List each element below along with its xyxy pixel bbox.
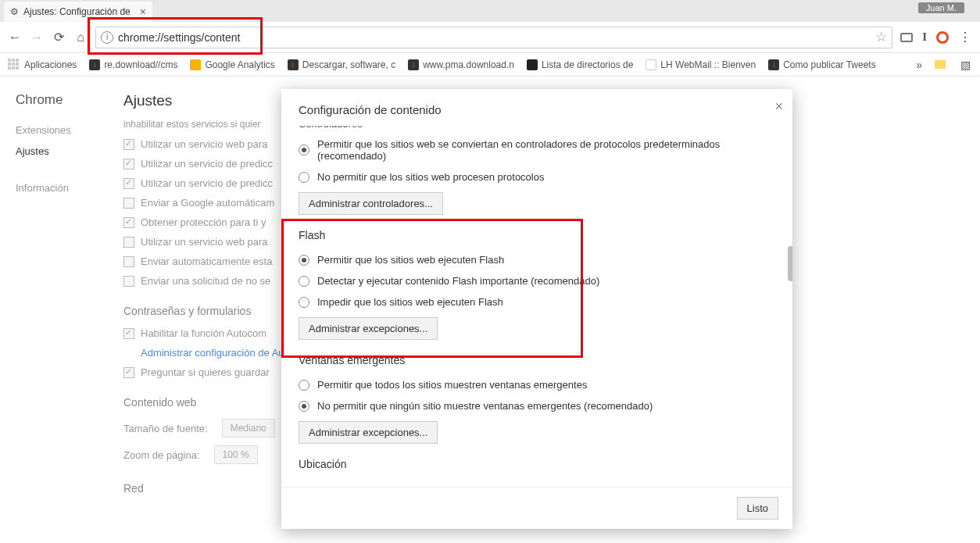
flash-block-option[interactable]: Impedir que los sitios web ejecuten Flas…: [299, 291, 775, 313]
bookmark-label: re.download//cms: [104, 59, 177, 70]
bookmark-item[interactable]: ↓Como publicar Tweets: [768, 59, 876, 70]
bookmark-item[interactable]: Lista de directorios de: [527, 59, 633, 70]
option-label: Utilizar un servicio de predicc: [141, 158, 273, 170]
radio-label: Impedir que los sitios web ejecuten Flas…: [317, 296, 503, 308]
radio-icon[interactable]: [299, 172, 309, 183]
zoom-label: Zoom de página:: [123, 449, 200, 461]
bookmark-label: LH WebMail :: Bienven: [660, 59, 756, 70]
profile-badge[interactable]: Juan M.: [918, 2, 964, 13]
favicon-icon: [190, 59, 201, 70]
checkbox-icon[interactable]: [123, 256, 134, 267]
radio-icon[interactable]: [299, 145, 309, 155]
radio-icon[interactable]: [299, 401, 309, 412]
checkbox-icon[interactable]: [123, 178, 134, 189]
checkbox-icon[interactable]: [123, 198, 134, 209]
feed-icon[interactable]: ▧: [958, 58, 972, 72]
site-info-icon[interactable]: i: [101, 31, 113, 44]
link-label: Administrar configuración de Aut: [141, 347, 287, 359]
url-input[interactable]: [118, 31, 871, 44]
done-button[interactable]: Listo: [737, 497, 778, 520]
bookmark-label: Lista de directorios de: [542, 59, 633, 70]
radio-label: No permitir que ningún sitio muestre ven…: [317, 400, 653, 412]
option-label: Obtener protección para ti y: [141, 216, 266, 228]
brand-title: Chrome: [16, 92, 109, 108]
bookmark-label: Descargar, software, c: [302, 59, 395, 70]
forward-button[interactable]: →: [30, 30, 44, 45]
bookmark-item[interactable]: LH WebMail :: Bienven: [646, 59, 756, 70]
address-bar[interactable]: i ☆: [95, 27, 892, 48]
toolbar: ← → ⟳ ⌂ i ☆ I ⋮: [0, 22, 980, 53]
apps-icon: [8, 59, 20, 71]
radio-label: Permitir que los sitios web ejecuten Fla…: [317, 254, 504, 266]
bookmark-item[interactable]: ↓re.download//cms: [89, 59, 177, 70]
flash-title: Flash: [299, 229, 775, 241]
cast-icon[interactable]: [900, 33, 913, 42]
flash-allow-option[interactable]: Permitir que los sitios web ejecuten Fla…: [299, 249, 775, 270]
checkbox-icon[interactable]: [123, 276, 134, 287]
bookmarks-overflow-icon[interactable]: »: [916, 59, 922, 71]
radio-icon[interactable]: [299, 276, 309, 287]
browser-tab[interactable]: ⚙ Ajustes: Configuración de ×: [4, 2, 152, 22]
popups-title: Ventanas emergentes: [299, 354, 775, 366]
radio-label: Detectar y ejecutar contenido Flash impo…: [317, 275, 599, 287]
back-button[interactable]: ←: [8, 30, 22, 45]
gear-icon: ⚙: [10, 6, 19, 17]
checkbox-icon[interactable]: [123, 159, 134, 170]
checkbox-icon[interactable]: [123, 217, 134, 228]
checkbox-icon[interactable]: [123, 328, 134, 339]
tab-title: Ajustes: Configuración de: [23, 6, 131, 17]
manage-popup-exceptions-button[interactable]: Administrar excepciones...: [299, 421, 438, 444]
favicon-icon: [646, 59, 656, 70]
radio-icon[interactable]: [299, 297, 309, 308]
home-button[interactable]: ⌂: [73, 30, 88, 45]
manage-flash-exceptions-button[interactable]: Administrar excepciones...: [299, 317, 438, 340]
bookmark-item[interactable]: ↓Descargar, software, c: [288, 59, 395, 70]
option-label: Enviar una solicitud de no se: [141, 275, 270, 287]
option-label: Enviar a Google automáticam: [141, 197, 274, 209]
bookmark-item[interactable]: Google Analytics: [190, 59, 274, 70]
font-label: Tamaño de fuente:: [123, 423, 208, 434]
manage-handlers-button[interactable]: Administrar controladores...: [299, 192, 443, 215]
sidebar-item-about[interactable]: Información: [16, 177, 109, 198]
menu-icon[interactable]: ⋮: [958, 30, 972, 45]
checkbox-icon[interactable]: [123, 139, 134, 150]
radio-icon[interactable]: [299, 380, 309, 391]
opera-icon[interactable]: [936, 31, 949, 44]
handlers-deny-option[interactable]: No permitir que los sitios web procesen …: [299, 166, 775, 188]
sidebar-item-extensions[interactable]: Extensiones: [16, 120, 109, 141]
favicon-icon: ↓: [89, 59, 100, 70]
location-title: Ubicación: [299, 458, 775, 470]
radio-label: No permitir que los sitios web procesen …: [317, 171, 544, 183]
option-label: Utilizar un servicio de predicc: [141, 177, 273, 189]
toolbar-right: I ⋮: [900, 30, 972, 45]
content-settings-modal: Configuración de contenido × Controlador…: [281, 89, 792, 529]
close-tab-icon[interactable]: ×: [140, 6, 146, 17]
popups-allow-option[interactable]: Permitir que todos los sitios muestren v…: [299, 374, 775, 395]
checkbox-icon[interactable]: [123, 237, 134, 248]
flash-detect-option[interactable]: Detectar y ejecutar contenido Flash impo…: [299, 270, 775, 291]
option-label: Preguntar si quieres guardar: [141, 366, 270, 378]
radio-icon[interactable]: [299, 255, 309, 266]
close-modal-icon[interactable]: ×: [774, 98, 783, 115]
popups-block-option[interactable]: No permitir que ningún sitio muestre ven…: [299, 395, 775, 416]
bookmarks-folder-icon[interactable]: [935, 60, 946, 69]
scrollbar-thumb[interactable]: [788, 246, 792, 281]
modal-header: Configuración de contenido ×: [281, 89, 792, 121]
bookmark-star-icon[interactable]: ☆: [875, 29, 887, 45]
modal-title: Configuración de contenido: [299, 103, 442, 116]
bookmark-item[interactable]: ↓www.pma.download.n: [408, 59, 514, 70]
option-label: Enviar automáticamente esta: [141, 255, 272, 267]
zoom-select[interactable]: 100 %: [214, 445, 258, 464]
sidebar-item-settings[interactable]: Ajustes: [16, 141, 109, 162]
favicon-icon: ↓: [408, 59, 419, 70]
handlers-allow-option[interactable]: Permitir que los sitios web se convierta…: [299, 134, 775, 166]
apps-label: Aplicaciones: [24, 59, 77, 70]
favicon-icon: [527, 59, 538, 70]
checkbox-icon[interactable]: [123, 367, 134, 378]
extension-i-icon[interactable]: I: [922, 30, 927, 44]
apps-shortcut[interactable]: Aplicaciones: [8, 59, 77, 71]
favicon-icon: ↓: [288, 59, 299, 70]
font-select[interactable]: Mediano: [222, 419, 275, 438]
bookmark-label: Como publicar Tweets: [783, 59, 876, 70]
reload-button[interactable]: ⟳: [52, 30, 66, 45]
